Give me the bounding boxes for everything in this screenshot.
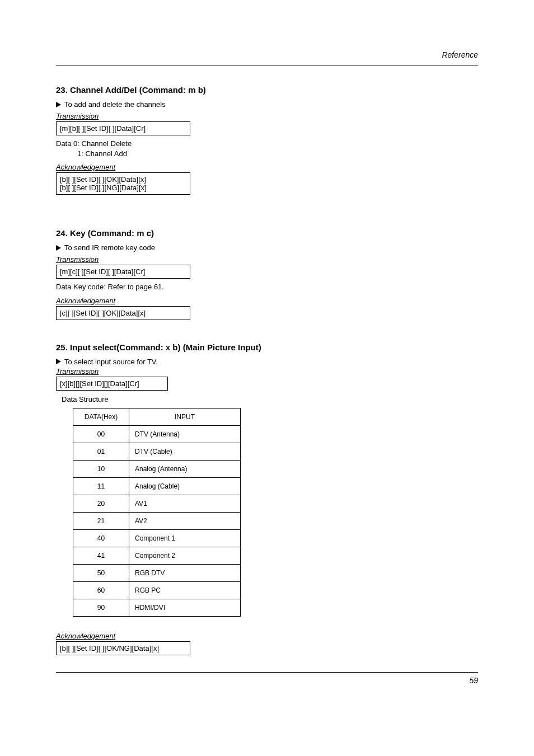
s23-ack-l1: [b][ ][Set ID][ ][OK][Data][x] [60, 175, 186, 184]
s25-ack-code: [b][ ][Set ID][ ][OK/NG][Data][x] [56, 641, 190, 655]
s24-trans-label: Transmission [56, 255, 99, 264]
cell-input: RGB PC [129, 581, 241, 599]
s24-ack-code: [c][ ][Set ID][ ][OK][Data][x] [56, 306, 190, 320]
cell-hex: 40 [73, 529, 129, 547]
table-row: 01DTV (Cable) [73, 443, 241, 460]
s24-desc: To send IR remote key code [64, 243, 155, 252]
s23-data-l2: 1: Channel Add [56, 149, 478, 159]
play-icon [56, 359, 61, 364]
cell-input: HDMI/DVI [129, 599, 241, 616]
cell-input: AV1 [129, 495, 241, 512]
cell-input: Component 1 [129, 529, 241, 547]
table-row: 40Component 1 [73, 529, 241, 547]
s25-desc: To select input source for TV. [64, 358, 158, 366]
cell-hex: 50 [73, 564, 129, 581]
s23-data-l1: Data 0: Channel Delete [56, 139, 478, 149]
cell-input: DTV (Cable) [129, 443, 241, 460]
cell-hex: 11 [73, 477, 129, 495]
s24-ack-label: Acknowledgement [56, 297, 115, 305]
cell-input: Analog (Antenna) [129, 460, 241, 477]
table-header-row: DATA(Hex) INPUT [73, 408, 241, 425]
s25-ack-label: Acknowledgement [56, 632, 115, 640]
table-row: 21AV2 [73, 512, 241, 529]
table-row: 41Component 2 [73, 547, 241, 564]
cell-hex: 20 [73, 495, 129, 512]
table-row: 20AV1 [73, 495, 241, 512]
section-23: 23. Channel Add/Del (Command: m b) To ad… [56, 85, 478, 195]
s23-ack-l2: [b][ ][Set ID][ ][NG][Data][x] [60, 184, 186, 192]
bottom-divider [56, 672, 478, 673]
header-section: Reference [56, 50, 478, 59]
cell-input: RGB DTV [129, 564, 241, 581]
section-25: 25. Input select(Command: x b) (Main Pic… [56, 342, 478, 655]
table-row: 00DTV (Antenna) [73, 425, 241, 443]
th-input: INPUT [129, 408, 241, 425]
table-row: 11Analog (Cable) [73, 477, 241, 495]
th-hex: DATA(Hex) [73, 408, 129, 425]
table-row: 50RGB DTV [73, 564, 241, 581]
play-icon [56, 102, 61, 107]
s24-data-l1: Data Key code: Refer to page 61. [56, 282, 478, 292]
s23-desc: To add and delete the channels [64, 100, 166, 109]
cell-hex: 21 [73, 512, 129, 529]
s23-ack-box: [b][ ][Set ID][ ][OK][Data][x] [b][ ][Se… [56, 172, 190, 195]
s23-trans-code: [m][b][ ][Set ID][ ][Data][Cr] [56, 121, 190, 135]
table-row: 60RGB PC [73, 581, 241, 599]
page-number: 59 [56, 676, 478, 685]
cell-hex: 00 [73, 425, 129, 443]
s25-trans-code: [x][b][][Set ID][][Data][Cr] [56, 377, 168, 391]
top-divider [56, 65, 478, 65]
play-icon [56, 245, 61, 251]
cell-hex: 41 [73, 547, 129, 564]
cell-input: Component 2 [129, 547, 241, 564]
s24-title: 24. Key (Command: m c) [56, 228, 478, 238]
s23-title: 23. Channel Add/Del (Command: m b) [56, 85, 478, 95]
cell-hex: 10 [73, 460, 129, 477]
s25-ds-label: Data Structure [62, 395, 478, 403]
s25-title: 25. Input select(Command: x b) (Main Pic… [56, 342, 478, 352]
cell-input: AV2 [129, 512, 241, 529]
table-row: 10Analog (Antenna) [73, 460, 241, 477]
s25-trans-label: Transmission [56, 367, 99, 375]
s23-ack-label: Acknowledgement [56, 163, 115, 171]
s24-trans-code: [m][c][ ][Set ID][ ][Data][Cr] [56, 265, 190, 279]
section-24: 24. Key (Command: m c) To send IR remote… [56, 228, 478, 320]
s23-trans-label: Transmission [56, 112, 99, 120]
cell-input: Analog (Cable) [129, 477, 241, 495]
cell-input: DTV (Antenna) [129, 425, 241, 443]
cell-hex: 01 [73, 443, 129, 460]
input-select-table: DATA(Hex) INPUT 00DTV (Antenna) 01DTV (C… [73, 408, 241, 617]
table-row: 90HDMI/DVI [73, 599, 241, 616]
cell-hex: 60 [73, 581, 129, 599]
cell-hex: 90 [73, 599, 129, 616]
